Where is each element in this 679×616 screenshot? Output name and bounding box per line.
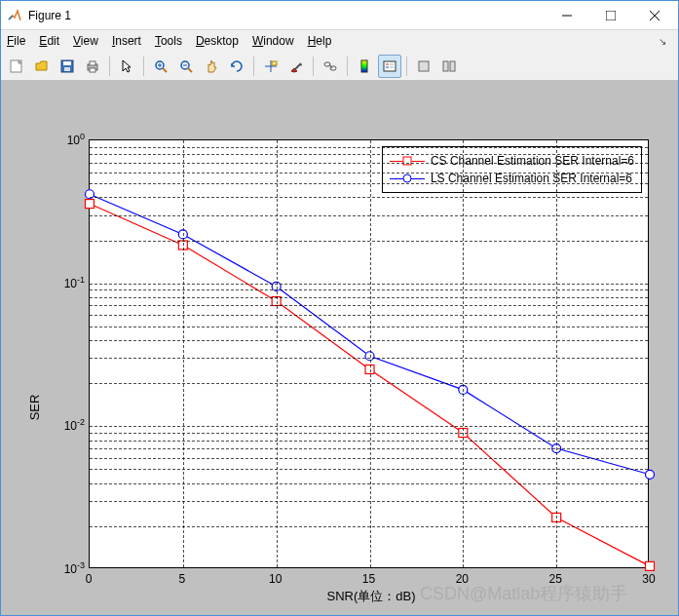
x-tick-label: 20: [456, 572, 469, 586]
svg-rect-32: [443, 61, 448, 71]
grid-line-minor: [90, 289, 648, 290]
figure-canvas[interactable]: SER SNR(单位：dB) CS Channel Estimation SER…: [1, 81, 678, 615]
menu-window[interactable]: Window: [252, 34, 294, 48]
menu-edit[interactable]: Edit: [39, 34, 59, 48]
toolbar-separator: [347, 57, 348, 76]
menu-insert[interactable]: Insert: [112, 34, 141, 48]
menu-file[interactable]: File: [7, 34, 25, 48]
grid-line-minor: [90, 358, 648, 359]
window-title: Figure 1: [28, 9, 545, 22]
menu-dock-icon[interactable]: ↘: [659, 36, 672, 47]
grid-line: [370, 140, 371, 567]
svg-rect-26: [384, 61, 396, 71]
grid-line-minor: [90, 340, 648, 341]
hide-plot-tools-button[interactable]: [412, 55, 435, 78]
grid-line-minor: [90, 297, 648, 298]
svg-rect-31: [419, 61, 429, 71]
grid-line-minor: [90, 501, 648, 502]
menu-help[interactable]: Help: [308, 34, 332, 48]
y-tick-label: 10-1: [52, 275, 85, 290]
svg-rect-9: [90, 61, 95, 65]
x-tick-label: 0: [86, 572, 93, 586]
colorbar-button[interactable]: [353, 55, 376, 78]
toolbar-separator: [143, 57, 144, 76]
grid-line-minor: [90, 441, 648, 442]
toolbar-separator: [313, 57, 314, 76]
grid-line-minor: [90, 483, 648, 484]
brush-button[interactable]: [284, 55, 308, 78]
save-button[interactable]: [56, 55, 79, 78]
grid-line-minor: [90, 197, 648, 198]
x-axis-label: SNR(单位：dB): [326, 588, 415, 605]
data-cursor-button[interactable]: [259, 55, 283, 78]
svg-rect-20: [272, 61, 277, 65]
toolbar-separator: [253, 57, 254, 76]
x-tick-label: 10: [269, 572, 282, 586]
zoom-out-button[interactable]: [174, 55, 198, 78]
grid-line: [556, 140, 557, 567]
grid-line-minor: [90, 433, 648, 434]
grid-line-minor: [90, 215, 648, 216]
x-tick-label: 25: [548, 572, 561, 586]
y-tick-label: 10-2: [52, 417, 85, 433]
svg-rect-6: [63, 61, 71, 65]
svg-rect-33: [450, 61, 455, 71]
show-plot-tools-button[interactable]: [437, 55, 461, 78]
menu-desktop[interactable]: Desktop: [196, 34, 239, 48]
maximize-button[interactable]: [588, 2, 632, 29]
close-button[interactable]: [632, 2, 676, 29]
print-button[interactable]: [81, 55, 104, 78]
svg-rect-10: [90, 68, 95, 72]
toolbar-separator: [109, 57, 110, 76]
open-button[interactable]: [30, 55, 54, 78]
toolbar: [1, 52, 678, 81]
menu-view[interactable]: View: [73, 34, 98, 48]
grid-line-minor: [90, 163, 648, 164]
svg-rect-40: [646, 561, 655, 570]
watermark: CSDN@Matlab程序猿助手: [420, 582, 627, 605]
grid-line: [183, 140, 184, 567]
y-axis-label: SER: [27, 395, 42, 421]
figure-window: Figure 1 File Edit View Insert Tools Des…: [0, 0, 679, 616]
matlab-icon: [7, 8, 22, 23]
x-tick-label: 15: [362, 572, 375, 586]
svg-line-21: [295, 63, 301, 69]
x-tick-label: 30: [642, 572, 655, 586]
legend-label: CS Channel Estimation SER Internal=6: [431, 154, 634, 168]
pan-button[interactable]: [200, 55, 223, 78]
y-tick-label: 100: [52, 132, 85, 147]
legend-button[interactable]: [378, 55, 401, 78]
grid-line-minor: [90, 526, 648, 527]
svg-rect-1: [606, 11, 616, 20]
svg-rect-7: [64, 67, 70, 71]
grid-line-minor: [90, 173, 648, 173]
grid-line-minor: [90, 383, 648, 384]
grid-line-minor: [90, 469, 648, 470]
grid-line: [463, 140, 464, 567]
zoom-in-button[interactable]: [149, 55, 172, 78]
axes: CS Channel Estimation SER Internal=6 LS …: [89, 139, 649, 568]
y-tick-label: 10-3: [52, 560, 85, 576]
svg-rect-34: [86, 200, 94, 209]
svg-line-16: [188, 68, 192, 72]
grid-line-minor: [90, 241, 648, 242]
menu-tools[interactable]: Tools: [155, 34, 182, 48]
toolbar-separator: [406, 57, 407, 76]
grid-line: [90, 284, 648, 285]
grid-line-minor: [90, 458, 648, 459]
plot-lines: [90, 140, 648, 567]
legend[interactable]: CS Channel Estimation SER Internal=6 LS …: [382, 146, 642, 193]
pointer-button[interactable]: [115, 55, 138, 78]
grid-line: [90, 426, 648, 427]
grid-line-minor: [90, 147, 648, 148]
x-tick-label: 5: [178, 572, 185, 586]
rotate-button[interactable]: [225, 55, 248, 78]
new-figure-button[interactable]: [5, 55, 28, 78]
svg-point-47: [646, 470, 655, 479]
minimize-button[interactable]: [545, 2, 588, 29]
grid-line-minor: [90, 305, 648, 306]
svg-line-12: [163, 68, 167, 72]
svg-rect-25: [361, 60, 367, 72]
link-button[interactable]: [319, 55, 342, 78]
grid-line-minor: [90, 327, 648, 327]
